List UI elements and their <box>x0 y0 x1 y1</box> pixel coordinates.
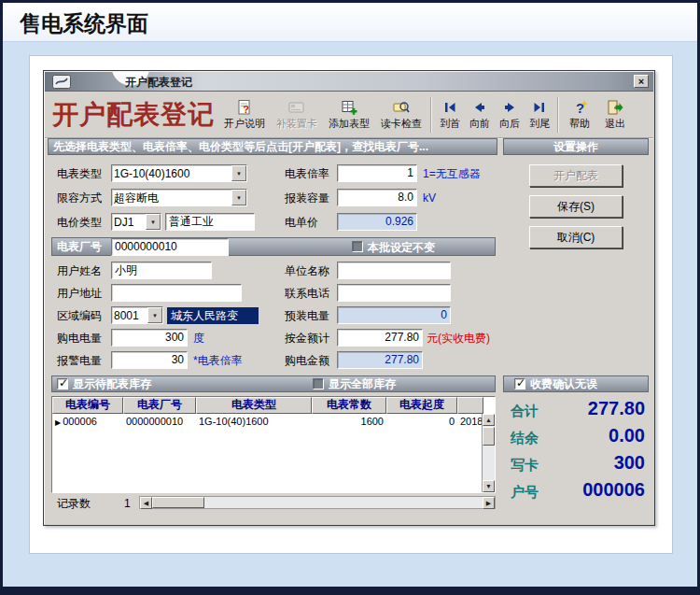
chevron-down-icon[interactable] <box>146 214 161 230</box>
exit-icon <box>607 99 623 116</box>
hint-bar: 先选择电表类型、电表倍率、电价类型等后点击[开户配表]，查找电表厂号... <box>48 138 497 155</box>
scrollbar-thumb[interactable] <box>483 427 495 446</box>
toolbar-separator <box>557 97 559 133</box>
table-horizontal-scrollbar[interactable] <box>139 496 496 509</box>
table-header-row: 电表编号 电表厂号 电表类型 电表常数 电表起度 <box>52 397 495 414</box>
screen: 售电系统界面 开户配表登记 × 开户配表登记 <box>0 0 700 595</box>
fee-confirm-checkbox[interactable] <box>514 378 525 390</box>
toolbar-button-label: 添加表型 <box>329 117 370 131</box>
toolbar-button-label: 向后 <box>499 117 520 131</box>
toolbar-button-last[interactable]: 到尾 <box>525 93 554 136</box>
scrollbar-thumb[interactable] <box>152 497 204 508</box>
table-header: 电表编号 <box>52 397 123 414</box>
install-capacity-input[interactable]: 8.0 <box>337 189 417 206</box>
fee-confirm-label: 收费确认无误 <box>530 375 597 392</box>
toolbar-button-label: 开户说明 <box>224 117 265 131</box>
cell-meter-constant: 1600 <box>312 414 386 430</box>
help-icon: ? <box>571 99 588 116</box>
toolbar: 开户配表登记 ? 开户说明 <box>45 92 653 138</box>
user-address-input[interactable] <box>111 284 242 302</box>
balance-value: 0.00 <box>505 425 645 446</box>
chevron-down-icon[interactable] <box>231 165 246 181</box>
toolbar-button-first[interactable]: 到首 <box>435 93 465 136</box>
show-pending-stock-label: 显示待配表库存 <box>73 375 151 392</box>
price-type-value: DJ1 <box>112 214 146 230</box>
toolbar-button-label: 到首 <box>440 117 460 131</box>
meter-ratio-label: 电表倍率 <box>285 164 329 183</box>
show-pending-stock-checkbox[interactable] <box>57 378 68 390</box>
region-code-select[interactable]: 8001 <box>111 306 163 324</box>
close-icon[interactable]: × <box>634 75 649 88</box>
toolbar-button-label: 退出 <box>605 117 625 131</box>
purchase-qty-input[interactable]: 300 <box>111 329 188 347</box>
scroll-down-icon[interactable] <box>483 480 495 492</box>
scroll-left-icon[interactable] <box>140 497 152 509</box>
window-titlebar[interactable]: 开户配表登记 × <box>45 72 653 92</box>
toolbar-button-prev[interactable]: 向前 <box>465 93 495 136</box>
price-type-label: 电价类型 <box>57 213 102 232</box>
toolbar-button-open-help[interactable]: ? 开户说明 <box>218 93 271 136</box>
amount-calc-input[interactable]: 277.80 <box>337 329 423 347</box>
toolbar-button-label: 向前 <box>469 117 490 131</box>
price-type-name-field: 普通工业 <box>165 213 255 231</box>
toolbar-button-add-meter-type[interactable]: 添加表型 <box>323 93 375 136</box>
window-logo-icon <box>52 75 71 89</box>
read-card-icon <box>393 99 410 116</box>
unit-name-label: 单位名称 <box>285 262 329 280</box>
unit-name-input[interactable] <box>337 262 451 279</box>
factory-number-field[interactable]: 0000000010 <box>111 238 229 256</box>
table-vertical-scrollbar[interactable] <box>482 414 495 492</box>
record-count-value: 1 <box>124 496 131 511</box>
meter-ratio-input[interactable]: 1 <box>337 164 417 182</box>
capacity-mode-select[interactable]: 超容断电 <box>111 189 247 206</box>
first-icon <box>441 99 458 116</box>
save-button[interactable]: 保存(S) <box>529 195 623 218</box>
show-all-stock-label: 显示全部库存 <box>329 375 396 392</box>
capacity-mode-value: 超容断电 <box>112 190 231 205</box>
toolbar-button-replace-card: 补装置卡 <box>271 93 323 136</box>
toolbar-button-label: 读卡检查 <box>381 117 422 131</box>
meter-type-value: 1G-10(40)1600 <box>112 165 231 181</box>
chevron-down-icon[interactable] <box>231 190 246 205</box>
alarm-qty-label: 报警电量 <box>57 351 102 370</box>
dialog-window: 开户配表登记 × 开户配表登记 ? <box>43 70 655 526</box>
alarm-qty-input[interactable]: 30 <box>111 351 188 369</box>
contact-phone-input[interactable] <box>337 284 451 302</box>
toolbar-button-next[interactable]: 向后 <box>495 93 525 136</box>
cell-factory-number: 0000000010 <box>123 414 196 430</box>
meter-ratio-note: 1=无互感器 <box>423 164 481 183</box>
svg-text:?: ? <box>576 100 584 116</box>
preset-qty-label: 预装电量 <box>285 306 329 325</box>
total-value: 277.80 <box>505 398 645 419</box>
meter-type-select[interactable]: 1G-10(40)1600 <box>111 164 247 182</box>
region-code-value: 8001 <box>112 307 147 323</box>
user-name-input[interactable]: 小明 <box>111 262 212 279</box>
toolbar-button-exit[interactable]: 退出 <box>597 93 633 136</box>
svg-text:?: ? <box>243 104 249 115</box>
user-address-label: 用户地址 <box>57 284 102 303</box>
table-header: 电表厂号 <box>123 397 196 414</box>
scroll-up-icon[interactable] <box>483 414 495 426</box>
capacity-mode-label: 限容方式 <box>57 189 102 207</box>
cancel-button[interactable]: 取消(C) <box>529 226 623 248</box>
price-type-select[interactable]: DJ1 <box>111 213 161 231</box>
amount-calc-label: 按金额计 <box>285 329 329 347</box>
app-title: 开户配表登记 <box>52 97 215 133</box>
scroll-right-icon[interactable] <box>483 497 495 509</box>
toolbar-button-help[interactable]: ? 帮助 <box>562 93 597 136</box>
table-row[interactable]: 000006 0000000010 1G-10(40)1600 1600 0 2… <box>52 414 495 430</box>
purchase-qty-label: 购电电量 <box>57 329 102 347</box>
page-header: 售电系统界面 <box>3 3 697 42</box>
batch-fixed-checkbox[interactable] <box>352 241 363 252</box>
show-all-stock-checkbox[interactable] <box>313 378 324 390</box>
page-title: 售电系统界面 <box>20 9 148 38</box>
doc-info-icon: ? <box>236 99 253 116</box>
preset-qty-field: 0 <box>337 306 451 324</box>
meter-type-label: 电表类型 <box>57 164 102 183</box>
contact-phone-label: 联系电话 <box>285 284 329 303</box>
chevron-down-icon[interactable] <box>147 307 162 323</box>
write-card-value: 300 <box>505 452 645 474</box>
install-capacity-note: kV <box>423 189 436 207</box>
toolbar-button-read-card-check[interactable]: 读卡检查 <box>375 93 427 136</box>
purchase-amount-label: 购电金额 <box>285 351 329 370</box>
